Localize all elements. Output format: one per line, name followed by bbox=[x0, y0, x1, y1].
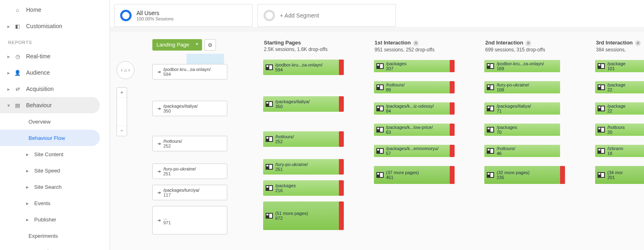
page-icon bbox=[376, 127, 384, 133]
page-icon bbox=[266, 213, 273, 219]
nav-label: Publisher bbox=[34, 217, 56, 223]
zoom-in-button[interactable]: + bbox=[117, 88, 127, 97]
subnav-site-speed[interactable]: ▸Site Speed bbox=[0, 162, 110, 179]
nav-customisation[interactable]: ▸◧ Customisation bbox=[0, 18, 110, 34]
flow-step-node[interactable]: /packages207 bbox=[374, 60, 450, 72]
caret-icon: ▸ bbox=[7, 86, 12, 92]
nav-label: Behaviour bbox=[26, 102, 52, 108]
add-segment-button[interactable]: + Add Segment bbox=[257, 4, 396, 27]
subnav-site-content[interactable]: ▸Site Content bbox=[0, 146, 110, 162]
node-label: /izbrann bbox=[607, 146, 623, 151]
node-label: /podbor-kru...za-onlayn/ bbox=[163, 67, 211, 72]
subnav-events[interactable]: ▸Events bbox=[0, 195, 110, 211]
flow-step-node[interactable]: (34 mor201 bbox=[595, 166, 644, 184]
settings-button[interactable]: ⚙ bbox=[204, 39, 216, 51]
flow-step-node[interactable]: (32 more pages)235 bbox=[484, 166, 560, 184]
person-icon: 👤 bbox=[12, 70, 23, 76]
column-subtitle: 384 sessions, bbox=[596, 47, 644, 53]
flow-step-node[interactable]: (51 more pages)872 bbox=[263, 201, 339, 230]
segment-all-users[interactable]: All Users 100.00% Sessions bbox=[114, 4, 253, 27]
flow-step-node[interactable]: /packages/k...iz-odessy/84 bbox=[374, 102, 450, 115]
node-label: (51 more pages) bbox=[275, 211, 308, 216]
page-icon bbox=[487, 84, 494, 90]
subnav-experiments[interactable]: Experiments bbox=[0, 228, 110, 244]
gear-icon: ⚙ bbox=[208, 42, 213, 48]
arrow-icon: ➔ bbox=[154, 190, 163, 195]
flow-source-node[interactable]: ➔/tury-po-ukraine/251 bbox=[152, 164, 227, 179]
subnav-behaviour-flow[interactable]: Behaviour Flow bbox=[0, 130, 100, 146]
subnav-publisher[interactable]: ▸Publisher bbox=[0, 211, 110, 228]
flow-source-node[interactable]: ➔/packages/italiya/350 bbox=[152, 101, 227, 116]
nav-behaviour[interactable]: ▾▤ Behaviour bbox=[0, 97, 100, 113]
flow-source-node[interactable]: ➔...971 bbox=[152, 206, 227, 235]
flow-step-node[interactable]: /packages/italiya/71 bbox=[484, 102, 560, 115]
column-header: 2nd Interaction✕699 sessions, 315 drop-o… bbox=[484, 40, 595, 53]
caret-icon: ▸ bbox=[26, 217, 32, 223]
dimension-selector[interactable]: Landing Page bbox=[152, 39, 202, 51]
flow-source-node[interactable]: ➔/packages/turciya/117 bbox=[152, 185, 227, 200]
flow-step-node[interactable]: /hottours20 bbox=[595, 124, 644, 136]
node-count: 70 bbox=[497, 130, 517, 135]
flow-pane[interactable]: ➔/podbor-kru...za-onlayn/594➔/packages/i… bbox=[110, 31, 644, 250]
node-label: /packages/k...low-price/ bbox=[386, 125, 433, 130]
nav-acquisition[interactable]: ▸⇄ Acquisition bbox=[0, 81, 110, 97]
flow-step-node[interactable]: /packages/k...low-price/63 bbox=[374, 124, 450, 136]
zoom-out-button[interactable]: − bbox=[117, 126, 127, 136]
nav-audience[interactable]: ▸👤 Audience bbox=[0, 64, 110, 81]
flow-source-node[interactable]: ➔/hottours/252 bbox=[152, 136, 227, 151]
page-icon bbox=[376, 106, 384, 111]
caret-icon: ▸ bbox=[7, 53, 12, 60]
flow-column-int1: 1st Interaction✕951 sessions, 252 drop-o… bbox=[374, 40, 485, 239]
node-count: 18 bbox=[607, 151, 623, 156]
node-count: 350 bbox=[163, 108, 198, 113]
page-icon bbox=[487, 172, 494, 178]
node-label: /hottours/ bbox=[497, 146, 515, 151]
flow-home-button[interactable]: ‹ ⌂ › bbox=[116, 61, 134, 79]
zoom-slider[interactable] bbox=[117, 97, 127, 126]
node-count: 252 bbox=[275, 139, 294, 144]
node-count: 594 bbox=[163, 72, 211, 77]
nav-conversions[interactable]: ▸⚑ Conversions bbox=[0, 244, 110, 250]
flow-step-node[interactable]: /packages/italiya/350 bbox=[263, 96, 339, 112]
node-label: /packages/k...emnomoryu/ bbox=[386, 146, 439, 151]
page-icon bbox=[598, 63, 605, 69]
flow-step-node[interactable]: /hottours/252 bbox=[263, 131, 339, 147]
flow-step-node[interactable]: /tury-po-ukraine/108 bbox=[484, 81, 560, 93]
node-count: 71 bbox=[497, 108, 531, 113]
flow-step-node[interactable]: /podbor-kru...za-onlayn/594 bbox=[263, 60, 339, 75]
flow-source-node[interactable]: ➔/podbor-kru...za-onlayn/594 bbox=[152, 64, 227, 80]
arrow-icon: ➔ bbox=[154, 106, 163, 111]
nav-home[interactable]: ⌂ Home bbox=[0, 2, 110, 18]
flow-step-node[interactable]: /podbor-kru...za-onlayn/169 bbox=[484, 60, 560, 72]
node-count: 108 bbox=[497, 87, 529, 92]
flow-step-node[interactable]: (37 more pages)451 bbox=[374, 166, 450, 184]
flow-step-node[interactable]: /packages/k...emnomoryu/57 bbox=[374, 145, 450, 157]
caret-icon: ▸ bbox=[26, 151, 32, 157]
flow-step-node[interactable]: /izbrann18 bbox=[595, 145, 644, 157]
close-step-button[interactable]: ✕ bbox=[525, 40, 531, 46]
node-label: /packages bbox=[497, 125, 517, 130]
flow-step-node[interactable]: /tury-po-ukraine/251 bbox=[263, 159, 339, 175]
flow-step-node[interactable]: /hottours/89 bbox=[374, 81, 450, 93]
flow-step-node[interactable]: /package22 bbox=[595, 102, 644, 115]
flow-step-node[interactable]: /packages216 bbox=[263, 180, 339, 196]
flow-step-node[interactable]: /package101 bbox=[595, 60, 644, 72]
nav-realtime[interactable]: ▸◷ Real-time bbox=[0, 48, 110, 64]
node-label: /package bbox=[607, 82, 626, 87]
flow-step-node[interactable]: /packages70 bbox=[484, 124, 560, 136]
node-count: 20 bbox=[607, 130, 625, 135]
page-icon bbox=[266, 164, 273, 170]
segment-bar: All Users 100.00% Sessions + Add Segment bbox=[110, 0, 644, 27]
flow-step-node[interactable]: /package22 bbox=[595, 81, 644, 93]
node-count: 251 bbox=[163, 171, 196, 176]
subnav-overview[interactable]: Overview bbox=[0, 113, 110, 130]
node-count: 252 bbox=[163, 144, 182, 148]
nav-label: Experiments bbox=[29, 233, 58, 239]
close-step-button[interactable]: ✕ bbox=[413, 40, 419, 46]
close-step-button[interactable]: ✕ bbox=[635, 40, 641, 46]
node-count: 207 bbox=[386, 66, 407, 71]
node-label: /tury-po-ukraine/ bbox=[275, 162, 308, 167]
flow-step-node[interactable]: /hottours/46 bbox=[484, 145, 560, 157]
subnav-site-search[interactable]: ▸Site Search bbox=[0, 179, 110, 195]
page-icon bbox=[376, 148, 384, 154]
